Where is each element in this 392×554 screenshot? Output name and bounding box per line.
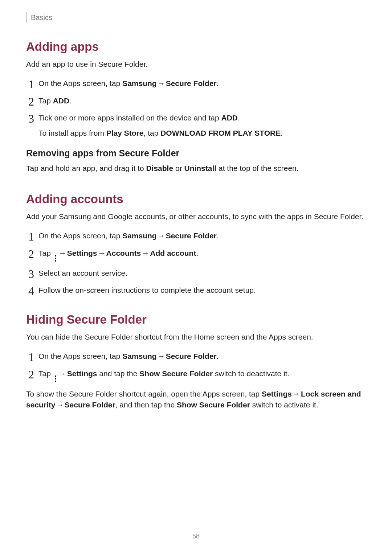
- bold: Uninstall: [184, 164, 216, 172]
- bold: Samsung: [122, 231, 157, 240]
- bold: Samsung: [122, 79, 157, 87]
- header-rule: Basics: [26, 12, 366, 22]
- list-item: Tap ADD.: [26, 95, 366, 107]
- subheading-removing-apps: Removing apps from Secure Folder: [26, 148, 366, 159]
- list-item: Select an account service.: [26, 267, 366, 279]
- header-section-label: Basics: [31, 13, 52, 22]
- step-text: switch to deactivate it.: [213, 369, 289, 378]
- step-text: and tap the: [97, 369, 140, 378]
- step-text: .: [238, 114, 240, 122]
- bold: Samsung: [122, 352, 157, 360]
- bold: ADD: [53, 97, 70, 105]
- list-item: Tap →Settings and tap the Show Secure Fo…: [26, 368, 366, 382]
- list-item: On the Apps screen, tap Samsung→Secure F…: [26, 230, 366, 242]
- bold: Secure Folder: [166, 352, 217, 360]
- text: To show the Secure Folder shortcut again…: [26, 390, 262, 398]
- step-text: Tick one or more apps installed on the d…: [38, 114, 221, 122]
- step-extra: To install apps from Play Store, tap DOW…: [38, 127, 366, 139]
- step-text: Tap: [38, 369, 53, 378]
- arrow-icon: →: [58, 249, 67, 257]
- text: at the top of the screen.: [216, 164, 298, 172]
- step-text: .: [69, 97, 72, 105]
- bold: Show Secure Folder: [139, 369, 213, 378]
- page-number: 58: [0, 533, 392, 540]
- heading-hiding-secure-folder: Hiding Secure Folder: [26, 313, 366, 327]
- bold: Secure Folder: [166, 231, 217, 240]
- arrow-icon: →: [56, 401, 65, 409]
- text: or: [173, 164, 184, 172]
- bold: Play Store: [106, 129, 144, 137]
- text: switch to activate it.: [250, 401, 318, 409]
- heading-adding-apps: Adding apps: [26, 40, 366, 54]
- bold: Settings: [67, 369, 97, 378]
- step-text: On the Apps screen, tap: [38, 79, 122, 87]
- lead-adding-accounts: Add your Samsung and Google accounts, or…: [26, 211, 366, 222]
- list-item: Follow the on-screen instructions to com…: [26, 284, 366, 296]
- step-text: Tap: [38, 97, 53, 105]
- bold: Show Secure Folder: [177, 401, 250, 409]
- arrow-icon: →: [157, 79, 166, 87]
- step-text: To install apps from: [38, 129, 106, 137]
- arrow-icon: →: [58, 369, 67, 378]
- step-text: Select an account service.: [38, 269, 127, 277]
- list-item: Tap →Settings→Accounts→Add account.: [26, 247, 366, 262]
- bold: ADD: [221, 114, 238, 122]
- bold: Secure Folder: [65, 401, 115, 409]
- more-options-icon: [54, 376, 57, 382]
- step-text: .: [217, 79, 219, 87]
- list-item: On the Apps screen, tap Samsung→Secure F…: [26, 78, 366, 89]
- lead-adding-apps: Add an app to use in Secure Folder.: [26, 59, 366, 70]
- step-text: .: [196, 249, 198, 257]
- arrow-icon: →: [292, 390, 301, 398]
- steps-adding-apps: On the Apps screen, tap Samsung→Secure F…: [26, 78, 366, 139]
- arrow-icon: →: [97, 249, 106, 257]
- steps-adding-accounts: On the Apps screen, tap Samsung→Secure F…: [26, 230, 366, 296]
- bold: Accounts: [106, 249, 141, 257]
- more-options-icon: [54, 255, 57, 262]
- step-text: , tap: [143, 129, 160, 137]
- arrow-icon: →: [157, 231, 166, 240]
- heading-adding-accounts: Adding accounts: [26, 192, 366, 206]
- step-text: Tap: [38, 249, 53, 257]
- step-text: .: [217, 352, 219, 360]
- text: , and then tap the: [115, 401, 177, 409]
- list-item: Tick one or more apps installed on the d…: [26, 112, 366, 139]
- spacer: [26, 303, 366, 313]
- text: Tap and hold an app, and drag it to: [26, 164, 146, 172]
- step-text: Follow the on-screen instructions to com…: [38, 286, 256, 294]
- arrow-icon: →: [157, 352, 166, 360]
- spacer: [26, 182, 366, 192]
- bold: Disable: [146, 164, 173, 172]
- step-text: .: [217, 231, 219, 240]
- list-item: On the Apps screen, tap Samsung→Secure F…: [26, 350, 366, 362]
- manual-page: Basics Adding apps Add an app to use in …: [0, 0, 392, 411]
- step-text: On the Apps screen, tap: [38, 352, 122, 360]
- step-text: On the Apps screen, tap: [38, 231, 122, 240]
- body-show-again: To show the Secure Folder shortcut again…: [26, 389, 366, 411]
- bold: Add account: [150, 249, 196, 257]
- lead-hiding-secure-folder: You can hide the Secure Folder shortcut …: [26, 332, 366, 342]
- bold: DOWNLOAD FROM PLAY STORE: [160, 129, 281, 137]
- step-text: .: [281, 129, 283, 137]
- bold: Settings: [67, 249, 97, 257]
- arrow-icon: →: [141, 249, 150, 257]
- bold: Secure Folder: [166, 79, 217, 87]
- bold: Settings: [262, 390, 292, 398]
- body-removing-apps: Tap and hold an app, and drag it to Disa…: [26, 163, 366, 174]
- steps-hiding-secure-folder: On the Apps screen, tap Samsung→Secure F…: [26, 350, 366, 382]
